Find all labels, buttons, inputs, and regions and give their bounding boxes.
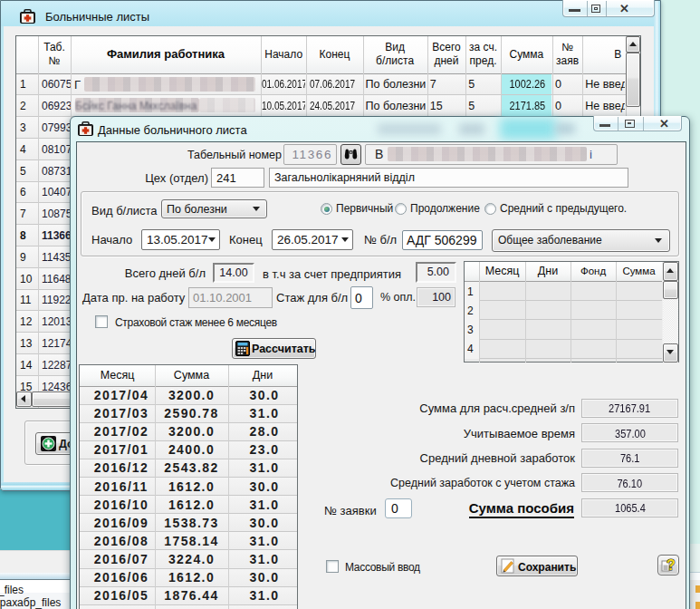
svg-text:?: ? (666, 557, 676, 573)
